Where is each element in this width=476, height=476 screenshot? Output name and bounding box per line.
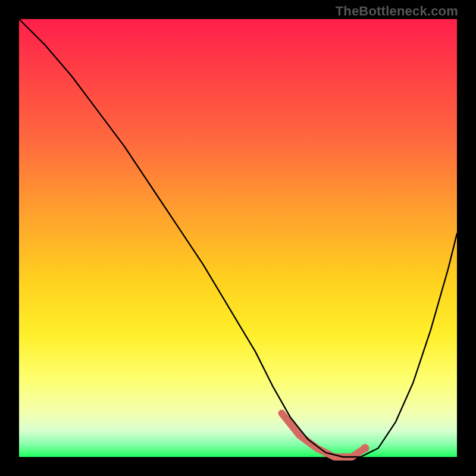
- chart-svg: [19, 19, 457, 457]
- bottleneck-curve: [19, 19, 457, 457]
- plot-area: [19, 19, 457, 457]
- watermark-text: TheBottleneck.com: [336, 4, 458, 19]
- optimal-end-dot: [361, 444, 369, 452]
- chart-frame: TheBottleneck.com: [0, 0, 476, 476]
